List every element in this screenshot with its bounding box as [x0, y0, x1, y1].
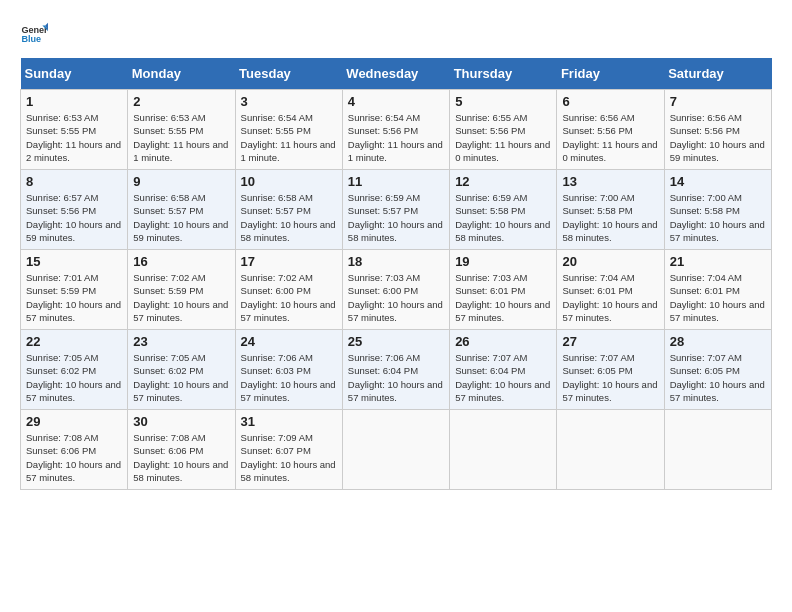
day-info: Sunrise: 6:53 AM Sunset: 5:55 PM Dayligh…	[26, 111, 122, 164]
day-number: 26	[455, 334, 551, 349]
day-info: Sunrise: 7:02 AM Sunset: 5:59 PM Dayligh…	[133, 271, 229, 324]
calendar-day-cell	[557, 410, 664, 490]
day-number: 22	[26, 334, 122, 349]
day-info: Sunrise: 7:03 AM Sunset: 6:01 PM Dayligh…	[455, 271, 551, 324]
day-number: 1	[26, 94, 122, 109]
calendar-day-cell: 9 Sunrise: 6:58 AM Sunset: 5:57 PM Dayli…	[128, 170, 235, 250]
day-number: 24	[241, 334, 337, 349]
day-of-week-header: Wednesday	[342, 58, 449, 90]
calendar-body: 1 Sunrise: 6:53 AM Sunset: 5:55 PM Dayli…	[21, 90, 772, 490]
day-number: 30	[133, 414, 229, 429]
day-of-week-header: Monday	[128, 58, 235, 90]
day-number: 16	[133, 254, 229, 269]
day-info: Sunrise: 6:56 AM Sunset: 5:56 PM Dayligh…	[562, 111, 658, 164]
calendar-day-cell: 19 Sunrise: 7:03 AM Sunset: 6:01 PM Dayl…	[450, 250, 557, 330]
day-number: 20	[562, 254, 658, 269]
calendar-day-cell: 18 Sunrise: 7:03 AM Sunset: 6:00 PM Dayl…	[342, 250, 449, 330]
calendar-day-cell: 5 Sunrise: 6:55 AM Sunset: 5:56 PM Dayli…	[450, 90, 557, 170]
calendar-header-row: SundayMondayTuesdayWednesdayThursdayFrid…	[21, 58, 772, 90]
calendar-day-cell: 1 Sunrise: 6:53 AM Sunset: 5:55 PM Dayli…	[21, 90, 128, 170]
calendar-day-cell	[664, 410, 771, 490]
day-info: Sunrise: 7:09 AM Sunset: 6:07 PM Dayligh…	[241, 431, 337, 484]
calendar-day-cell: 26 Sunrise: 7:07 AM Sunset: 6:04 PM Dayl…	[450, 330, 557, 410]
calendar-day-cell: 27 Sunrise: 7:07 AM Sunset: 6:05 PM Dayl…	[557, 330, 664, 410]
day-info: Sunrise: 7:05 AM Sunset: 6:02 PM Dayligh…	[26, 351, 122, 404]
day-number: 2	[133, 94, 229, 109]
day-info: Sunrise: 7:07 AM Sunset: 6:04 PM Dayligh…	[455, 351, 551, 404]
calendar-week-row: 15 Sunrise: 7:01 AM Sunset: 5:59 PM Dayl…	[21, 250, 772, 330]
day-of-week-header: Thursday	[450, 58, 557, 90]
day-info: Sunrise: 7:00 AM Sunset: 5:58 PM Dayligh…	[562, 191, 658, 244]
calendar-week-row: 1 Sunrise: 6:53 AM Sunset: 5:55 PM Dayli…	[21, 90, 772, 170]
calendar-day-cell: 24 Sunrise: 7:06 AM Sunset: 6:03 PM Dayl…	[235, 330, 342, 410]
day-number: 14	[670, 174, 766, 189]
day-info: Sunrise: 7:04 AM Sunset: 6:01 PM Dayligh…	[562, 271, 658, 324]
day-of-week-header: Friday	[557, 58, 664, 90]
day-number: 27	[562, 334, 658, 349]
day-info: Sunrise: 6:53 AM Sunset: 5:55 PM Dayligh…	[133, 111, 229, 164]
calendar-day-cell: 12 Sunrise: 6:59 AM Sunset: 5:58 PM Dayl…	[450, 170, 557, 250]
day-of-week-header: Sunday	[21, 58, 128, 90]
day-number: 13	[562, 174, 658, 189]
calendar-week-row: 8 Sunrise: 6:57 AM Sunset: 5:56 PM Dayli…	[21, 170, 772, 250]
calendar-day-cell: 16 Sunrise: 7:02 AM Sunset: 5:59 PM Dayl…	[128, 250, 235, 330]
calendar-day-cell: 13 Sunrise: 7:00 AM Sunset: 5:58 PM Dayl…	[557, 170, 664, 250]
day-info: Sunrise: 7:07 AM Sunset: 6:05 PM Dayligh…	[670, 351, 766, 404]
calendar-day-cell: 8 Sunrise: 6:57 AM Sunset: 5:56 PM Dayli…	[21, 170, 128, 250]
day-number: 17	[241, 254, 337, 269]
day-number: 28	[670, 334, 766, 349]
day-info: Sunrise: 7:07 AM Sunset: 6:05 PM Dayligh…	[562, 351, 658, 404]
day-number: 29	[26, 414, 122, 429]
day-number: 4	[348, 94, 444, 109]
day-info: Sunrise: 7:00 AM Sunset: 5:58 PM Dayligh…	[670, 191, 766, 244]
day-number: 7	[670, 94, 766, 109]
calendar-day-cell: 28 Sunrise: 7:07 AM Sunset: 6:05 PM Dayl…	[664, 330, 771, 410]
day-info: Sunrise: 6:54 AM Sunset: 5:56 PM Dayligh…	[348, 111, 444, 164]
day-number: 10	[241, 174, 337, 189]
calendar-day-cell: 30 Sunrise: 7:08 AM Sunset: 6:06 PM Dayl…	[128, 410, 235, 490]
day-info: Sunrise: 6:57 AM Sunset: 5:56 PM Dayligh…	[26, 191, 122, 244]
day-info: Sunrise: 6:55 AM Sunset: 5:56 PM Dayligh…	[455, 111, 551, 164]
day-info: Sunrise: 7:05 AM Sunset: 6:02 PM Dayligh…	[133, 351, 229, 404]
day-number: 11	[348, 174, 444, 189]
logo: General Blue	[20, 20, 52, 48]
day-info: Sunrise: 7:03 AM Sunset: 6:00 PM Dayligh…	[348, 271, 444, 324]
day-number: 18	[348, 254, 444, 269]
day-number: 25	[348, 334, 444, 349]
calendar-day-cell	[450, 410, 557, 490]
calendar-day-cell: 29 Sunrise: 7:08 AM Sunset: 6:06 PM Dayl…	[21, 410, 128, 490]
calendar-day-cell: 10 Sunrise: 6:58 AM Sunset: 5:57 PM Dayl…	[235, 170, 342, 250]
svg-text:Blue: Blue	[21, 34, 41, 44]
calendar-day-cell: 31 Sunrise: 7:09 AM Sunset: 6:07 PM Dayl…	[235, 410, 342, 490]
day-of-week-header: Saturday	[664, 58, 771, 90]
calendar-day-cell: 7 Sunrise: 6:56 AM Sunset: 5:56 PM Dayli…	[664, 90, 771, 170]
calendar-day-cell: 21 Sunrise: 7:04 AM Sunset: 6:01 PM Dayl…	[664, 250, 771, 330]
day-number: 5	[455, 94, 551, 109]
calendar-day-cell: 14 Sunrise: 7:00 AM Sunset: 5:58 PM Dayl…	[664, 170, 771, 250]
day-info: Sunrise: 7:08 AM Sunset: 6:06 PM Dayligh…	[26, 431, 122, 484]
calendar-day-cell: 11 Sunrise: 6:59 AM Sunset: 5:57 PM Dayl…	[342, 170, 449, 250]
day-info: Sunrise: 7:04 AM Sunset: 6:01 PM Dayligh…	[670, 271, 766, 324]
logo-icon: General Blue	[20, 20, 48, 48]
day-number: 15	[26, 254, 122, 269]
calendar-day-cell	[342, 410, 449, 490]
day-info: Sunrise: 7:06 AM Sunset: 6:03 PM Dayligh…	[241, 351, 337, 404]
day-number: 6	[562, 94, 658, 109]
day-info: Sunrise: 6:58 AM Sunset: 5:57 PM Dayligh…	[133, 191, 229, 244]
day-info: Sunrise: 6:59 AM Sunset: 5:57 PM Dayligh…	[348, 191, 444, 244]
day-number: 12	[455, 174, 551, 189]
day-info: Sunrise: 7:01 AM Sunset: 5:59 PM Dayligh…	[26, 271, 122, 324]
day-number: 3	[241, 94, 337, 109]
calendar-day-cell: 20 Sunrise: 7:04 AM Sunset: 6:01 PM Dayl…	[557, 250, 664, 330]
calendar-day-cell: 15 Sunrise: 7:01 AM Sunset: 5:59 PM Dayl…	[21, 250, 128, 330]
day-number: 8	[26, 174, 122, 189]
calendar-day-cell: 6 Sunrise: 6:56 AM Sunset: 5:56 PM Dayli…	[557, 90, 664, 170]
day-number: 21	[670, 254, 766, 269]
day-number: 23	[133, 334, 229, 349]
day-info: Sunrise: 6:54 AM Sunset: 5:55 PM Dayligh…	[241, 111, 337, 164]
day-of-week-header: Tuesday	[235, 58, 342, 90]
calendar-day-cell: 25 Sunrise: 7:06 AM Sunset: 6:04 PM Dayl…	[342, 330, 449, 410]
calendar-day-cell: 23 Sunrise: 7:05 AM Sunset: 6:02 PM Dayl…	[128, 330, 235, 410]
calendar-week-row: 22 Sunrise: 7:05 AM Sunset: 6:02 PM Dayl…	[21, 330, 772, 410]
day-info: Sunrise: 7:06 AM Sunset: 6:04 PM Dayligh…	[348, 351, 444, 404]
